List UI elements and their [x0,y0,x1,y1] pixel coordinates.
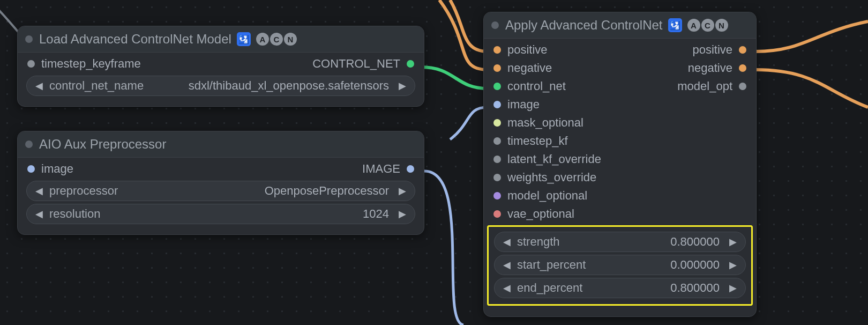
chevron-right-icon[interactable]: ▶ [729,259,737,271]
param-label: end_percent [517,281,582,295]
title-text: AIO Aux Preprocessor [39,137,166,152]
input-port-image[interactable]: image [27,162,73,176]
port-label: model_optional [507,189,587,203]
port-dot-icon [739,83,746,90]
port-dot-icon [27,60,35,68]
output-port-negative[interactable]: negative [688,61,746,75]
acn-letter: C [270,33,283,46]
acn-letter: A [256,33,269,46]
port-label: model_opt [677,79,732,93]
param-label: resolution [49,207,100,221]
param-value: 0.000000 [592,258,723,272]
node-header[interactable]: Apply Advanced ControlNet 🛂 A C N [484,12,756,39]
port-dot-icon [493,46,501,54]
port-label: timestep_keyframe [41,57,141,71]
param-label: preprocessor [49,184,118,198]
port-label: weights_override [507,171,596,184]
port-dot-icon [739,64,746,72]
input-port-weights-override[interactable]: weights_override [493,171,596,184]
output-port-positive[interactable]: positive [692,43,746,57]
chevron-right-icon[interactable]: ▶ [399,80,406,92]
chevron-left-icon[interactable]: ◀ [503,282,511,294]
port-dot-icon [739,46,746,54]
chevron-left-icon[interactable]: ◀ [35,80,43,92]
port-dot-icon [493,156,501,163]
collapse-dot-icon[interactable] [491,21,499,29]
node-title: AIO Aux Preprocessor [39,137,166,152]
port-dot-icon [493,174,501,181]
port-dot-icon [493,83,501,90]
param-value: sdxl/thibaud_xl_openpose.safetensors [150,79,392,93]
port-label: positive [507,43,548,57]
port-dot-icon [493,119,501,127]
acn-badge: A C N [687,19,728,32]
acn-letter: A [687,19,700,32]
port-dot-icon [493,192,501,200]
chevron-right-icon[interactable]: ▶ [729,282,737,294]
input-port-vae-optional[interactable]: vae_optional [493,207,574,221]
port-label: positive [692,43,732,57]
param-label: start_percent [517,258,586,272]
input-port-positive[interactable]: positive [493,43,548,57]
input-port-mask-optional[interactable]: mask_optional [493,116,583,130]
highlighted-params: ◀ strength 0.800000 ▶ ◀ start_percent 0.… [487,225,753,306]
param-value: 0.800000 [589,281,723,295]
param-control-net-name[interactable]: ◀ control_net_name sdxl/thibaud_xl_openp… [26,76,415,96]
acn-letter: N [715,19,728,32]
port-dot-icon [493,137,501,145]
node-apply-advanced-controlnet[interactable]: Apply Advanced ControlNet 🛂 A C N positi… [483,12,757,317]
chevron-left-icon[interactable]: ◀ [503,236,511,248]
chevron-right-icon[interactable]: ▶ [399,208,406,220]
param-strength[interactable]: ◀ strength 0.800000 ▶ [494,232,746,252]
param-label: strength [517,235,560,249]
acn-badge: A C N [256,33,297,46]
port-label: mask_optional [507,116,583,130]
port-label: negative [688,61,732,75]
port-label: IMAGE [362,162,400,176]
node-aio-aux-preprocessor[interactable]: AIO Aux Preprocessor image IMAGE ◀ prepr… [17,131,424,235]
param-resolution[interactable]: ◀ resolution 1024 ▶ [26,204,415,224]
port-dot-icon [493,101,501,108]
param-start-percent[interactable]: ◀ start_percent 0.000000 ▶ [494,255,746,275]
input-port-negative[interactable]: negative [493,61,552,75]
chevron-right-icon[interactable]: ▶ [399,185,406,197]
param-preprocessor[interactable]: ◀ preprocessor OpenposePreprocessor ▶ [26,181,415,201]
collapse-dot-icon[interactable] [25,35,33,43]
node-title: Apply Advanced ControlNet 🛂 A C N [505,18,728,33]
port-dot-icon [407,60,414,68]
port-label: image [507,98,540,112]
param-value: 0.800000 [566,235,723,249]
port-label: CONTROL_NET [312,57,400,71]
acn-letter: C [701,19,714,32]
collapse-dot-icon[interactable] [25,141,33,148]
port-label: vae_optional [507,207,574,221]
param-value: 1024 [107,207,392,221]
param-value: OpenposePreprocessor [124,184,392,198]
output-port-model-opt[interactable]: model_opt [677,79,746,93]
output-port-image[interactable]: IMAGE [362,162,414,176]
chevron-left-icon[interactable]: ◀ [35,185,43,197]
param-label: control_net_name [49,79,144,93]
output-port-control-net[interactable]: CONTROL_NET [312,57,414,71]
controlnet-badge-icon: 🛂 [668,18,682,32]
input-port-timestep-kf[interactable]: timestep_kf [493,134,568,148]
input-port-model-optional[interactable]: model_optional [493,189,587,203]
chevron-right-icon[interactable]: ▶ [729,236,737,248]
param-end-percent[interactable]: ◀ end_percent 0.800000 ▶ [494,278,746,298]
node-title: Load Advanced ControlNet Model 🛂 A C N [39,32,297,47]
chevron-left-icon[interactable]: ◀ [503,259,511,271]
chevron-left-icon[interactable]: ◀ [35,208,43,220]
port-label: negative [507,61,552,75]
input-port-latent-kf-override[interactable]: latent_kf_override [493,152,601,166]
input-port-timestep-keyframe[interactable]: timestep_keyframe [27,57,141,71]
title-text: Load Advanced ControlNet Model [39,32,231,47]
port-dot-icon [407,165,414,173]
node-header[interactable]: Load Advanced ControlNet Model 🛂 A C N [18,26,424,53]
port-dot-icon [27,165,35,173]
input-port-control-net[interactable]: control_net [493,79,566,93]
input-port-image[interactable]: image [493,98,540,112]
node-load-advanced-controlnet[interactable]: Load Advanced ControlNet Model 🛂 A C N t… [17,26,424,107]
node-header[interactable]: AIO Aux Preprocessor [18,131,424,158]
port-dot-icon [493,64,501,72]
title-text: Apply Advanced ControlNet [505,18,663,33]
